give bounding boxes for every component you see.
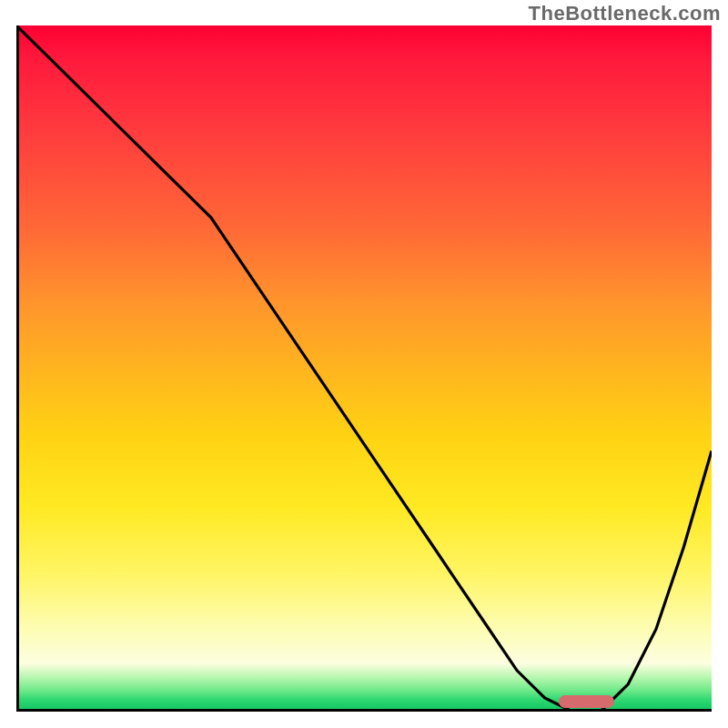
bottleneck-curve-path <box>16 25 712 712</box>
watermark-text: TheBottleneck.com <box>529 2 721 25</box>
curve-layer <box>16 25 712 712</box>
optimal-range-marker <box>559 695 614 708</box>
chart-root: TheBottleneck.com <box>0 0 728 728</box>
plot-area <box>16 25 712 712</box>
